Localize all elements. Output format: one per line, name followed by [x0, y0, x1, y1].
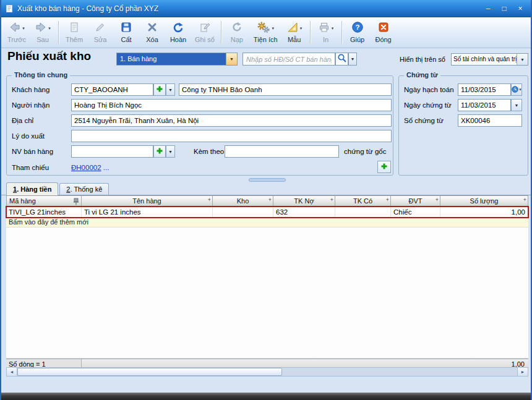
add-new-row[interactable]: Bấm vào đây để thêm mới [6, 218, 528, 228]
general-info-title: Thông tin chung [12, 71, 70, 79]
toolbar-label: Cất [121, 36, 132, 43]
sales-staff-dropdown-button[interactable]: ▼ [166, 145, 175, 158]
display-on-book-label: Hiển thị trên sổ [400, 56, 445, 63]
chung-tu-goc-label: chứng từ gốc [344, 145, 386, 158]
cell-tk-co[interactable] [335, 206, 391, 218]
add-sales-staff-button[interactable] [153, 145, 166, 158]
tab-thong-ke[interactable]: 2. Thống kê [59, 183, 109, 195]
document-date-dropdown-button[interactable]: ▼ [511, 99, 522, 111]
pin-icon[interactable] [73, 198, 79, 205]
reference-more-link[interactable]: ... [103, 164, 109, 171]
toolbar-giup-button[interactable]: ? Giúp [345, 19, 371, 46]
posting-date-input[interactable] [458, 83, 511, 96]
reference-doc-number[interactable]: ĐH00002 [71, 164, 101, 171]
svg-text:?: ? [355, 23, 359, 31]
tham-chieu-label: Tham chiếu [12, 161, 49, 174]
column-header-dvt[interactable]: ĐVT+ [391, 195, 440, 206]
minimize-button[interactable]: – [481, 3, 495, 14]
toolbar-separator [58, 21, 59, 44]
column-label: TK Nợ [294, 197, 314, 205]
filter-icon[interactable]: + [268, 197, 272, 203]
toolbar-truoc-button[interactable]: ▾ Trước [4, 19, 30, 46]
column-header-kho[interactable]: Kho+ [213, 195, 273, 206]
cell-dvt[interactable]: Chiếc [391, 206, 440, 218]
scrollbar-track[interactable] [282, 368, 517, 376]
filter-icon[interactable]: + [386, 197, 389, 203]
toolbar-nap-button[interactable]: Nạp [224, 19, 250, 46]
combo-arrow-icon[interactable]: ▼ [517, 54, 528, 65]
toolbar-xoa-button[interactable]: Xóa [139, 19, 165, 46]
doc-type-combobox[interactable]: 1. Bán hàng ▼ [116, 53, 238, 66]
scrollbar-thumb[interactable] [17, 368, 282, 376]
dropdown-icon[interactable]: ▾ [300, 26, 302, 31]
customer-name-input[interactable] [179, 83, 392, 96]
filter-icon[interactable]: + [208, 197, 211, 203]
search-button[interactable] [335, 53, 348, 66]
help-icon: ? [351, 21, 364, 36]
add-reference-button[interactable] [377, 161, 391, 173]
document-date-input[interactable] [458, 99, 511, 111]
toolbar-them-button[interactable]: Thêm [61, 19, 87, 46]
document-number-input[interactable] [458, 114, 522, 127]
dropdown-icon[interactable]: ▾ [22, 26, 25, 31]
ngay-chung-tu-label: Ngày chứng từ [404, 99, 452, 111]
scroll-left-button[interactable]: ◄ [7, 368, 17, 376]
tab-hang-tien[interactable]: 1. Hàng tiền [6, 182, 58, 195]
search-icon [337, 53, 347, 66]
dropdown-icon[interactable]: ▾ [332, 26, 334, 31]
toolbar-in-button[interactable]: ▾ In [313, 19, 339, 46]
page-title: Phiếu xuất kho [7, 49, 91, 63]
grid-row-selected[interactable]: TIVI_LG 21inches Ti vi LG 21 inches 632 … [6, 206, 528, 218]
nguoi-nhan-label: Người nhận [12, 99, 49, 111]
toolbar-label: Sửa [94, 36, 107, 43]
sales-staff-input[interactable] [71, 145, 153, 158]
toolbar-sua-button[interactable]: Sửa [87, 19, 113, 46]
column-header-tk-co[interactable]: TK Có+ [335, 195, 391, 206]
toolbar-tien-ich-button[interactable]: ▾ Tiện ích [250, 19, 281, 46]
toolbar-cat-button[interactable]: Cất [113, 19, 139, 46]
filter-icon[interactable]: + [330, 197, 333, 203]
toolbar-dong-button[interactable]: Đóng [371, 19, 397, 46]
address-input[interactable] [71, 114, 392, 127]
cell-kho[interactable] [213, 206, 273, 218]
cell-so-luong[interactable]: 1,00 [440, 206, 528, 218]
toolbar-hoan-button[interactable]: Hoàn [165, 19, 191, 46]
reference-link[interactable]: ĐH00002 ... [71, 161, 109, 174]
filter-icon[interactable]: + [435, 197, 439, 203]
column-header-ten-hang[interactable]: Tên hàng+ [82, 195, 213, 206]
posting-date-picker-button[interactable]: ▾ [511, 83, 522, 96]
customer-dropdown-button[interactable]: ▼ [166, 83, 175, 96]
toolbar-ghi-so-button[interactable]: Ghi sổ [191, 19, 218, 46]
customer-code-input[interactable] [71, 83, 153, 96]
window-bottom-edge [1, 393, 531, 400]
column-header-tk-no[interactable]: TK Nợ+ [273, 195, 335, 206]
add-customer-button[interactable] [153, 83, 166, 96]
search-input[interactable] [242, 53, 335, 66]
close-button[interactable]: × [513, 3, 527, 14]
cell-tk-no[interactable]: 632 [273, 206, 335, 218]
dropdown-icon[interactable]: ▾ [272, 26, 274, 31]
scroll-right-button[interactable]: ► [517, 368, 528, 376]
toolbar-sau-button[interactable]: ▾ Sau [30, 19, 56, 46]
column-header-so-luong[interactable]: Số lượng+ [440, 195, 528, 206]
titlebar[interactable]: Xuất kho bán hàng - Công ty Cổ phần XYZ … [1, 0, 531, 17]
printer-icon [318, 21, 330, 36]
splitter-handle[interactable] [249, 178, 286, 182]
app-window: Xuất kho bán hàng - Công ty Cổ phần XYZ … [0, 0, 532, 400]
cell-ma-hang[interactable]: TIVI_LG 21inches [6, 206, 82, 218]
cell-ten-hang[interactable]: Ti vi LG 21 inches [82, 206, 213, 218]
tab-strip: 1. Hàng tiền 2. Thống kê [1, 184, 531, 195]
maximize-button[interactable]: □ [497, 3, 511, 14]
toolbar-mau-button[interactable]: ▾ Mẫu [281, 19, 307, 46]
display-book-combobox[interactable]: Số tài chính và quản trị ▼ [451, 53, 528, 66]
attached-count-input[interactable] [225, 145, 339, 158]
toolbar-label: Thêm [66, 36, 83, 43]
dropdown-icon[interactable]: ▾ [48, 26, 51, 31]
export-reason-input[interactable] [71, 130, 392, 142]
column-header-ma-hang[interactable]: Mã hàng [6, 195, 82, 206]
receiver-input[interactable] [71, 99, 392, 111]
combo-arrow-icon[interactable]: ▼ [226, 53, 237, 65]
filter-icon[interactable]: + [523, 197, 526, 203]
search-dropdown-button[interactable]: ▼ [348, 53, 357, 66]
horizontal-scrollbar[interactable]: ◄ ► [6, 367, 528, 377]
